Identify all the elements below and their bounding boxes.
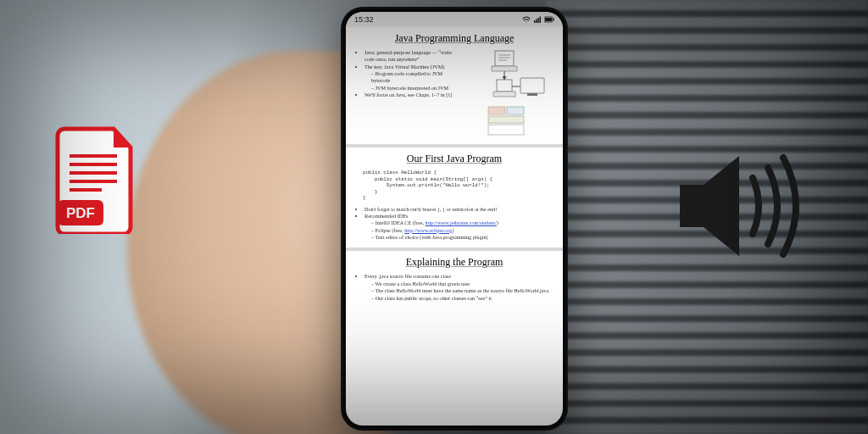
bullet: Don't forget to match curly braces {, } … xyxy=(364,206,553,213)
sub-bullet: JVM bytecode interpreted on JVM xyxy=(371,85,461,92)
bullet: Recommended IDEs xyxy=(364,213,408,219)
svg-rect-26 xyxy=(488,116,524,123)
sub-bullet: Text editor of choice (with Java program… xyxy=(371,234,553,241)
bullet: Java: general-purpose language — “write … xyxy=(364,49,461,64)
slide-1-title: Java Programming Language xyxy=(356,32,553,45)
svg-rect-7 xyxy=(534,20,536,23)
link-intellij[interactable]: http://www.jetbrains.com/student/ xyxy=(426,220,497,225)
signal-icon xyxy=(534,16,541,23)
status-time: 15:32 xyxy=(354,15,374,24)
svg-rect-23 xyxy=(527,93,537,96)
smartphone-frame: 15:32 Java Programming Language Java: ge… xyxy=(341,7,568,431)
svg-rect-25 xyxy=(507,107,524,114)
sub-bullet: The class HelloWorld must have the same … xyxy=(371,287,553,294)
slide-2-title: Our First Java Program xyxy=(356,153,553,165)
code-block: public class HelloWorld { public static … xyxy=(363,170,553,202)
wifi-icon xyxy=(522,16,531,23)
svg-rect-20 xyxy=(497,80,512,92)
pdf-label: PDF xyxy=(66,205,95,221)
svg-marker-6 xyxy=(680,156,739,256)
svg-rect-12 xyxy=(545,18,552,21)
svg-rect-14 xyxy=(495,51,514,66)
link-eclipse[interactable]: http://www.eclipse.org xyxy=(404,227,452,233)
document-viewer[interactable]: Java Programming Language Java: general-… xyxy=(346,27,563,426)
pdf-icon: PDF xyxy=(51,125,144,237)
sub-bullet: Eclipse (free, http://www.eclipse.org) xyxy=(371,227,553,234)
svg-rect-10 xyxy=(540,17,541,24)
svg-rect-18 xyxy=(492,66,517,71)
bullet: The key: Java Virtual Machine (JVM) xyxy=(364,64,444,70)
svg-rect-9 xyxy=(537,18,539,23)
bullet: Every .java source file contains one cla… xyxy=(364,273,451,279)
battery-icon xyxy=(544,16,554,23)
svg-rect-22 xyxy=(520,78,544,93)
slide-1: Java Programming Language Java: general-… xyxy=(346,27,563,147)
sub-bullet: Program code compiled to JVM bytecode xyxy=(371,70,461,85)
status-bar: 15:32 xyxy=(346,12,563,27)
svg-rect-8 xyxy=(536,19,537,24)
jvm-diagram xyxy=(468,49,553,137)
phone-screen[interactable]: 15:32 Java Programming Language Java: ge… xyxy=(346,12,563,426)
svg-rect-27 xyxy=(488,125,524,135)
bullet: We'll focus on Java, see Chaps. 1–7 in [… xyxy=(364,92,461,98)
slide-3: Explaining the Program Every .java sourc… xyxy=(346,251,563,308)
slide-2: Our First Java Program public class Hell… xyxy=(346,147,563,251)
svg-rect-24 xyxy=(488,107,505,114)
sub-bullet: Our class has public scope, so other cla… xyxy=(371,295,553,302)
sub-bullet: We create a class HelloWorld that greets… xyxy=(371,281,553,287)
speaker-sound-icon xyxy=(680,151,807,264)
svg-rect-13 xyxy=(553,19,554,21)
svg-rect-21 xyxy=(493,92,515,97)
slide-3-title: Explaining the Program xyxy=(356,256,553,269)
sub-bullet: IntelliJ IDEA CE (free, http://www.jetbr… xyxy=(371,220,553,226)
